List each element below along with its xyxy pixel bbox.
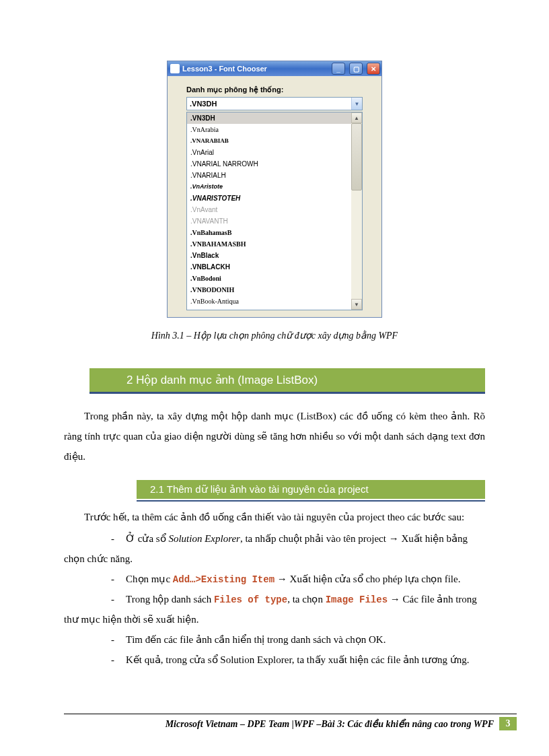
list-item[interactable]: .VNBODONIH — [187, 284, 351, 296]
step-1-cont: chọn chức năng. — [64, 549, 485, 569]
list-item[interactable]: .VnBlack — [187, 250, 351, 261]
titlebar: Lesson3 - Font Chooser _ ▢ ✕ — [168, 61, 381, 76]
window-title: Lesson3 - Font Chooser — [182, 65, 328, 73]
font-chooser-dialog: Lesson3 - Font Chooser _ ▢ ✕ Danh mục ph… — [167, 61, 382, 318]
intro-line: Trước hết, ta thêm các ảnh đồ uống cần t… — [64, 507, 485, 527]
font-listbox[interactable]: .VN3DH .VnArabia .VNARABIAB .VnArial .VN… — [186, 112, 363, 310]
list-item[interactable]: .VnAvant — [187, 204, 351, 215]
minimize-button[interactable]: _ — [332, 63, 345, 75]
list-item[interactable]: .VnArial — [187, 147, 351, 158]
arrow-icon: → — [390, 593, 400, 605]
list-item[interactable]: .VNBAHAMASBH — [187, 238, 351, 250]
section2-paragraph: Trong phần này, ta xây dựng một hộp danh… — [64, 406, 485, 467]
footer-text: Microsoft Vietnam – DPE Team |WPF –Bài 3… — [166, 718, 494, 730]
page-number: 3 — [499, 717, 517, 730]
step-2: Chọn mục Add…>Existing Item → Xuất hiện … — [111, 569, 485, 589]
close-button[interactable]: ✕ — [367, 63, 380, 75]
list-item[interactable]: .VnBodoni — [187, 273, 351, 284]
combo-label: Danh mục phông hệ thống: — [186, 85, 363, 94]
list-item[interactable]: .VnAristote — [187, 181, 351, 193]
list-item[interactable]: .VnBahamasB — [187, 227, 351, 238]
step-1: Ở cửa sổ Solution Explorer, ta nhấp chuộ… — [111, 528, 485, 549]
step-4: Tìm đến các file ảnh cần hiển thị trong … — [111, 629, 485, 650]
chevron-down-icon[interactable]: ▼ — [351, 98, 362, 110]
scrollbar[interactable]: ▲ ▼ — [351, 112, 362, 310]
scroll-up-icon[interactable]: ▲ — [351, 112, 362, 123]
list-item[interactable]: .VNAVANTH — [187, 215, 351, 227]
scroll-down-icon[interactable]: ▼ — [351, 299, 362, 310]
app-icon — [170, 64, 180, 73]
arrow-icon: → — [277, 573, 287, 584]
combo-value: .VN3DH — [187, 100, 351, 108]
section-heading-2: 2 Hộp danh mục ảnh (Image ListBox) — [89, 368, 485, 394]
step-3: Trong hộp danh sách Files of type, ta ch… — [111, 589, 485, 609]
list-item[interactable]: .VnArabia — [187, 124, 351, 135]
section-heading-2-1: 2.1 Thêm dữ liệu ảnh vào tài nguyên của … — [137, 480, 485, 499]
figure-caption: Hình 3.1 – Hộp lựa chọn phông chữ được x… — [64, 330, 485, 341]
scroll-thumb[interactable] — [351, 123, 362, 191]
list-item[interactable]: .VNARIAL NARROWH — [187, 158, 351, 170]
list-item[interactable]: .VNBLACKH — [187, 261, 351, 273]
font-combo[interactable]: .VN3DH ▼ — [186, 97, 363, 110]
list-item[interactable]: .VNBOOK-ANTIQUAH — [187, 307, 351, 310]
list-item[interactable]: .VnBook-Antiqua — [187, 296, 351, 307]
list-item[interactable]: .VN3DH — [187, 112, 351, 124]
list-item[interactable]: .VNARABIAB — [187, 135, 351, 147]
maximize-button[interactable]: ▢ — [349, 63, 363, 75]
page-footer: Microsoft Vietnam – DPE Team |WPF –Bài 3… — [64, 714, 517, 730]
list-item[interactable]: .VNARISTOTEH — [187, 193, 351, 204]
list-item[interactable]: .VNARIALH — [187, 170, 351, 181]
step-5: Kết quả, trong cửa sổ Solution Explorer,… — [111, 650, 485, 670]
arrow-icon: → — [389, 532, 399, 544]
heading-underline — [137, 500, 485, 502]
step-3-cont: thư mục hiện thời sẽ xuất hiện. — [64, 609, 485, 629]
